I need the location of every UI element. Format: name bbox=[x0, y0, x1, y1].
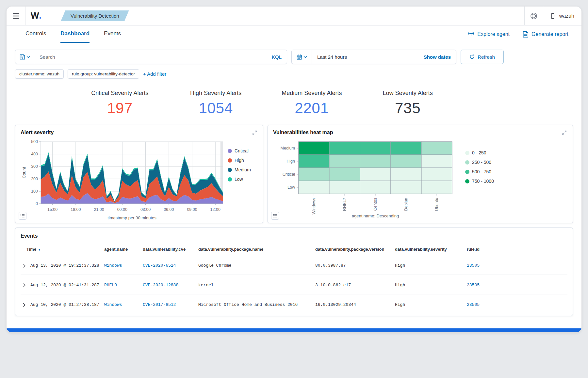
column-header-agent-name[interactable]: agent.name bbox=[103, 244, 141, 255]
table-row: Aug 13, 2020 @ 19:21:37.328 Windows CVE-… bbox=[21, 255, 567, 275]
heatmap-legend: 0 - 250 250 - 500 500 - 750 750 - 1000 bbox=[465, 150, 495, 221]
tab-dashboard[interactable]: Dashboard bbox=[60, 25, 90, 43]
legend-label: 500 - 750 bbox=[472, 169, 491, 174]
svg-text:Windows: Windows bbox=[312, 198, 316, 214]
legend-item-bin-2[interactable]: 500 - 750 bbox=[465, 169, 495, 174]
expand-row-icon[interactable] bbox=[22, 283, 26, 288]
cve-link[interactable]: CVE-2017-8512 bbox=[143, 302, 176, 307]
legend-label: Critical bbox=[235, 148, 249, 153]
legend-item-medium[interactable]: Medium bbox=[228, 167, 258, 172]
expand-icon bbox=[562, 130, 567, 135]
legend-dot bbox=[465, 170, 469, 174]
app-logo[interactable]: W. bbox=[25, 7, 47, 25]
svg-text:18:00: 18:00 bbox=[71, 207, 81, 212]
inspect-panel-button[interactable] bbox=[271, 212, 279, 220]
quick-select-button[interactable] bbox=[292, 50, 312, 64]
legend-item-low[interactable]: Low bbox=[228, 177, 258, 182]
legend-item-high[interactable]: High bbox=[228, 158, 258, 163]
chevron-down-icon bbox=[26, 56, 30, 58]
legend-dot bbox=[228, 149, 232, 153]
panel-title: Alert severity bbox=[21, 130, 54, 135]
svg-text:RHEL7: RHEL7 bbox=[342, 198, 347, 211]
time-range-label[interactable]: Last 24 hours bbox=[312, 54, 418, 60]
refresh-button[interactable]: Refresh bbox=[461, 50, 504, 64]
agent-link[interactable]: Windows bbox=[104, 302, 122, 307]
legend-label: Medium bbox=[235, 167, 251, 172]
svg-text:Ubuntu: Ubuntu bbox=[434, 198, 439, 211]
column-header-severity[interactable]: data.vulnerability.severity bbox=[394, 244, 466, 255]
svg-text:00:00: 00:00 bbox=[117, 207, 127, 212]
alert-severity-area-chart[interactable]: 010020030040050015:0018:0021:0000:0003:0… bbox=[21, 139, 225, 221]
app-menu-button[interactable] bbox=[7, 7, 25, 25]
column-header-time[interactable]: Time▼ bbox=[21, 244, 103, 255]
breadcrumb-vulnerability-detection[interactable]: Vulnerability Detection bbox=[61, 10, 129, 21]
stat-high: High Severity Alerts 1054 bbox=[168, 90, 264, 117]
show-dates-button[interactable]: Show dates bbox=[418, 54, 456, 60]
cell-package-name: Microsoft Office Home and Business 2016 bbox=[197, 294, 314, 314]
filter-pill-rule-group[interactable]: rule.group: vulnerability-detector bbox=[68, 69, 139, 79]
expand-row-icon[interactable] bbox=[22, 263, 26, 268]
kql-language-button[interactable]: KQL bbox=[267, 54, 287, 60]
rule-id-link[interactable]: 23505 bbox=[467, 302, 480, 307]
svg-text:Count: Count bbox=[22, 167, 26, 178]
search-input[interactable] bbox=[34, 54, 267, 60]
svg-text:03:00: 03:00 bbox=[140, 207, 151, 212]
tab-events[interactable]: Events bbox=[104, 25, 121, 43]
svg-text:06:00: 06:00 bbox=[164, 207, 174, 212]
explore-agent-label: Explore agent bbox=[477, 31, 510, 37]
svg-text:21:00: 21:00 bbox=[94, 207, 104, 212]
list-icon bbox=[20, 213, 25, 218]
calendar-icon bbox=[297, 54, 302, 60]
rule-id-link[interactable]: 23505 bbox=[467, 283, 480, 288]
stat-value: 1054 bbox=[168, 99, 264, 117]
legend-dot bbox=[465, 179, 469, 183]
panel-alert-severity: Alert severity 010020030040050015:0018:0… bbox=[15, 125, 263, 223]
agent-link[interactable]: Windows bbox=[104, 263, 122, 268]
sort-desc-icon[interactable]: ▼ bbox=[38, 248, 41, 251]
column-header-package-version[interactable]: data.vulnerability.package.version bbox=[314, 244, 394, 255]
health-status-button[interactable] bbox=[525, 7, 543, 25]
legend-item-bin-0[interactable]: 0 - 250 bbox=[465, 150, 495, 155]
legend-item-bin-3[interactable]: 750 - 1000 bbox=[465, 179, 495, 184]
generate-report-button[interactable]: Generate report bbox=[523, 31, 568, 38]
tab-controls[interactable]: Controls bbox=[25, 25, 46, 43]
expand-panel-button[interactable] bbox=[561, 130, 567, 137]
rule-id-link[interactable]: 23505 bbox=[467, 263, 480, 268]
stat-value: 735 bbox=[360, 99, 456, 117]
cell-time: Aug 10, 2020 @ 01:27:38.187 bbox=[30, 302, 99, 307]
top-bar: W. Vulnerability Detection wazuh bbox=[7, 7, 581, 25]
logout-button[interactable]: wazuh bbox=[543, 7, 581, 25]
legend-label: 0 - 250 bbox=[472, 150, 486, 155]
column-header-package-name[interactable]: data.vulnerability.package.name bbox=[197, 244, 314, 255]
legend-label: 250 - 500 bbox=[472, 160, 491, 165]
legend-item-critical[interactable]: Critical bbox=[228, 148, 258, 153]
expand-row-icon[interactable] bbox=[22, 303, 26, 307]
legend-dot bbox=[228, 158, 232, 163]
stat-label: High Severity Alerts bbox=[168, 90, 264, 97]
svg-text:400: 400 bbox=[31, 152, 38, 156]
svg-text:Medium: Medium bbox=[281, 146, 295, 150]
table-row: Aug 10, 2020 @ 01:27:38.187 Windows CVE-… bbox=[21, 294, 567, 314]
column-header-rule-id[interactable]: rule.id bbox=[466, 244, 567, 255]
events-title: Events bbox=[21, 233, 567, 239]
hamburger-icon bbox=[13, 13, 19, 19]
cell-severity: High bbox=[394, 255, 466, 275]
svg-text:timestamp per 30 minutes: timestamp per 30 minutes bbox=[107, 215, 156, 220]
saved-query-button[interactable] bbox=[15, 50, 34, 64]
expand-icon bbox=[252, 130, 257, 135]
filter-bar: cluster.name: wazuh rule.group: vulnerab… bbox=[15, 69, 573, 79]
add-filter-button[interactable]: + Add filter bbox=[143, 71, 166, 77]
cve-link[interactable]: CVE-2020-6524 bbox=[143, 263, 176, 268]
cve-link[interactable]: CVE-2020-12888 bbox=[143, 283, 178, 288]
inspect-panel-button[interactable] bbox=[19, 212, 26, 220]
logo-dot: . bbox=[39, 11, 41, 21]
column-header-cve[interactable]: data.vulnerability.cve bbox=[141, 244, 197, 255]
legend-dot bbox=[465, 151, 469, 155]
agent-link[interactable]: RHEL9 bbox=[104, 283, 117, 288]
explore-agent-button[interactable]: Explore agent bbox=[468, 31, 510, 38]
expand-panel-button[interactable] bbox=[252, 130, 258, 137]
breadcrumbs: Vulnerability Detection bbox=[47, 7, 524, 25]
vulnerabilities-heatmap-chart[interactable]: MediumHighCriticalLowWindowsRHEL7CentosD… bbox=[273, 139, 463, 221]
legend-item-bin-1[interactable]: 250 - 500 bbox=[465, 160, 495, 165]
filter-pill-cluster-name[interactable]: cluster.name: wazuh bbox=[15, 69, 64, 79]
